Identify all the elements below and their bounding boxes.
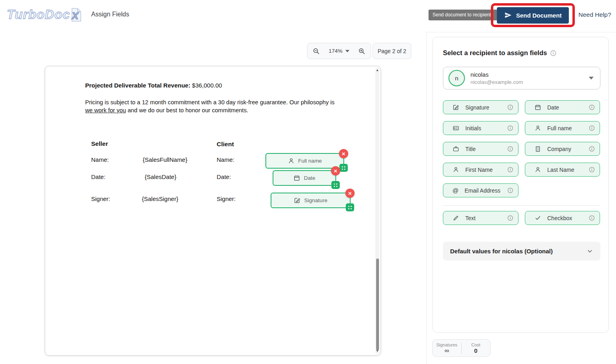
scroll-down-arrow[interactable]: ▼ (375, 349, 379, 354)
panel-left-divider (426, 32, 427, 364)
logo-wordmark: TurboDoc (7, 5, 70, 24)
info-icon (589, 146, 595, 152)
section-divider (443, 205, 600, 206)
pricing-text-after: and we do our best to honor our commitme… (126, 107, 248, 113)
delete-field-icon[interactable] (339, 149, 348, 158)
seller-date-label: Date: (91, 173, 106, 180)
document-page: Projected Deliverable Total Revenue: $36… (45, 66, 381, 356)
person-icon (288, 157, 295, 164)
cost-label: Cost (471, 342, 480, 347)
placed-field-label: Signature (304, 197, 327, 203)
pricing-underlined-text: we work for you (85, 107, 126, 113)
info-icon (507, 125, 513, 131)
send-icon (504, 11, 512, 19)
recipient-avatar: n (449, 70, 465, 86)
scrollbar-thumb[interactable] (376, 259, 379, 350)
field-button-label: Date (547, 104, 559, 111)
revenue-label: Projected Deliverable Total Revenue: (85, 82, 190, 89)
annotation-highlight-box: Send Document (491, 3, 575, 27)
zoom-out-button[interactable] (313, 48, 320, 55)
scroll-up-arrow[interactable]: ▲ (375, 68, 379, 73)
zoom-level-dropdown[interactable]: 174% (329, 48, 349, 54)
seller-signer-label: Signer: (91, 195, 110, 202)
client-signer-label: Signer: (217, 195, 236, 202)
chevron-down-icon (345, 50, 349, 52)
send-tooltip: Send document to recipients (429, 10, 497, 20)
signatures-cost-widget: Signatures ∞ Cost 0 (432, 339, 490, 357)
revenue-value: $36,000.00 (190, 82, 222, 89)
signature-icon (453, 104, 459, 111)
field-button-label: Company (547, 146, 571, 152)
field-button-text[interactable]: Text (443, 211, 518, 225)
revenue-line: Projected Deliverable Total Revenue: $36… (85, 82, 222, 89)
resize-handle[interactable] (339, 164, 348, 172)
field-button-label: Last Name (547, 167, 574, 173)
field-button-fullname[interactable]: Full name (525, 121, 600, 135)
info-icon (507, 187, 513, 193)
info-icon (507, 146, 513, 152)
send-document-button[interactable]: Send Document (497, 7, 569, 24)
resize-handle[interactable] (331, 181, 340, 189)
pricing-text: Pricing is subject to a 12 month commitm… (85, 99, 335, 105)
briefcase-icon (453, 145, 459, 152)
at-sign-icon: @ (453, 187, 459, 193)
delete-field-icon[interactable] (345, 189, 355, 198)
seller-name-value: {SalesFullName} (143, 156, 187, 163)
field-button-email[interactable]: @ Email Address (443, 183, 518, 197)
person-icon (534, 166, 541, 173)
page-indicator: Page 2 of 2 (373, 43, 411, 59)
person-icon (453, 166, 459, 173)
calendar-icon (293, 175, 300, 181)
placed-date-field[interactable]: Date (273, 170, 336, 186)
placed-field-label: Date (304, 175, 315, 181)
signatures-cell: Signatures ∞ (433, 340, 461, 356)
field-button-label: Title (465, 146, 476, 152)
chevron-down-icon (589, 77, 594, 80)
zoom-out-icon (313, 48, 320, 55)
info-icon (550, 50, 556, 56)
recipient-email: nicolas@example.com (470, 79, 523, 85)
delete-field-icon[interactable] (331, 166, 340, 175)
info-icon (507, 215, 513, 221)
seller-signer-value: {SalesSigner} (142, 195, 178, 202)
panel-top-divider (426, 32, 616, 32)
field-button-title[interactable]: Title (443, 142, 518, 156)
field-button-initials[interactable]: Initials (443, 121, 518, 135)
assign-fields-panel: Select a recipient to assign fields n ni… (433, 37, 609, 333)
field-button-lastname[interactable]: Last Name (525, 163, 600, 177)
recipient-select[interactable]: n nicolas nicolas@example.com (443, 67, 600, 90)
turbodocx-logo: TurboDoc x (7, 5, 83, 24)
panel-title-text: Select a recipient to assign fields (443, 49, 547, 57)
field-button-label: Text (465, 215, 476, 221)
zoom-toolbar: 174% (307, 43, 371, 59)
info-icon (589, 125, 595, 131)
app-root: TurboDoc x Assign Fields Send document t… (0, 0, 616, 364)
calendar-icon (534, 104, 541, 111)
field-button-date[interactable]: Date (525, 100, 600, 114)
seller-name-label: Name: (91, 156, 109, 163)
field-button-signature[interactable]: Signature (443, 100, 518, 114)
zoom-in-icon (358, 48, 365, 55)
zoom-in-button[interactable] (358, 48, 365, 55)
field-button-label: Email Address (464, 187, 500, 194)
field-button-label: Signature (465, 104, 489, 111)
field-button-label: Full name (547, 125, 572, 131)
page-title: Assign Fields (91, 11, 129, 18)
seller-date-value: {SalesDate} (145, 173, 176, 180)
default-values-accordion[interactable]: Default values for nicolas (Optional) (443, 242, 600, 261)
placed-field-label: Full name (298, 158, 322, 164)
document-scrollbar[interactable]: ▲ ▼ (375, 68, 379, 354)
seller-header: Seller (91, 140, 108, 147)
client-name-label: Name: (217, 156, 234, 163)
field-button-checkbox[interactable]: Checkbox (525, 211, 600, 225)
field-button-company[interactable]: Company (525, 142, 600, 156)
placed-signature-field[interactable]: Signature (271, 193, 351, 208)
resize-handle[interactable] (346, 203, 354, 211)
field-button-firstname[interactable]: First Name (443, 163, 518, 177)
recipient-name: nicolas (470, 72, 523, 78)
field-button-label: Initials (465, 125, 481, 131)
field-button-label: First Name (465, 167, 492, 173)
need-help-link[interactable]: Need Help? (578, 11, 611, 18)
checkmark-icon (534, 215, 541, 221)
pricing-paragraph: Pricing is subject to a 12 month commitm… (85, 99, 336, 114)
